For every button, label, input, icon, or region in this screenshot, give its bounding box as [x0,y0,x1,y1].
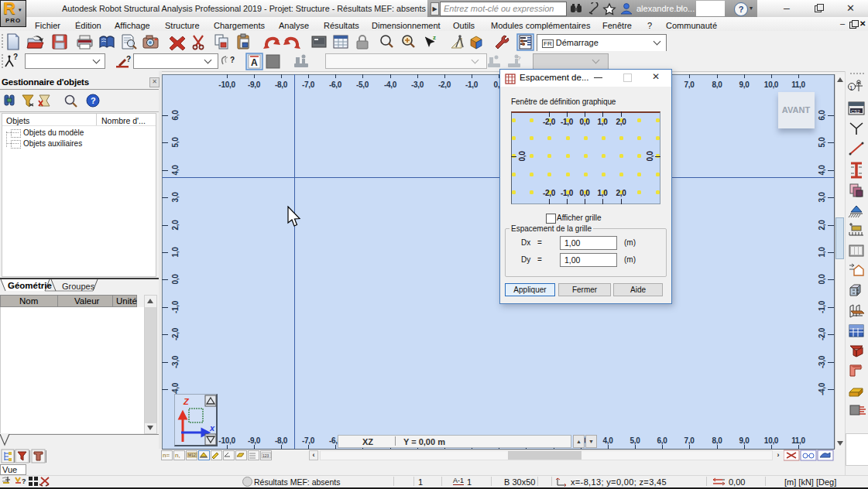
svg-text:?: ? [91,96,96,105]
svg-text:x: x [209,423,215,433]
svg-text:A: A [251,57,258,68]
svg-text:123: 123 [262,453,269,458]
svg-text:n,: n, [175,452,180,459]
svg-text:?: ? [126,55,131,63]
svg-text:?: ? [517,55,521,62]
svg-text:n=: n= [163,452,170,459]
svg-text:z: z [433,34,436,41]
svg-text:?: ? [13,53,18,61]
svg-text:CS2: CS2 [851,109,860,114]
svg-text:Z: Z [183,397,190,406]
svg-text:?: ? [22,477,26,485]
svg-text:1: 1 [849,84,853,91]
svg-text:M12: M12 [188,453,196,457]
svg-text:?: ? [230,56,235,64]
